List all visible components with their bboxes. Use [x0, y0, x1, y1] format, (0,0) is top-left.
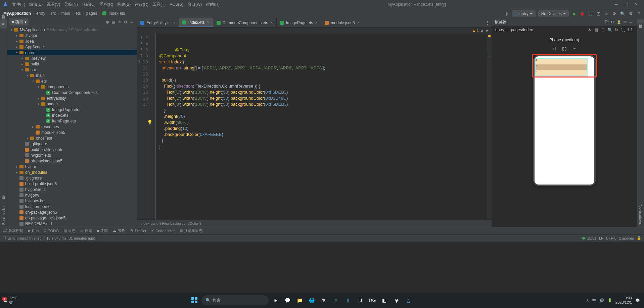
tree-row[interactable]: ▸ oh_modules	[7, 169, 137, 175]
system-tray[interactable]: ∧ 中 🔊 🔋 9:03 2023/12/1 💬	[582, 296, 644, 305]
run-icon[interactable]: ▶	[571, 11, 577, 16]
settings-icon[interactable]: ⚙	[628, 11, 633, 16]
tree-row[interactable]: ▸ ohosTest	[7, 135, 137, 141]
lock-icon[interactable]: 🔒	[637, 236, 641, 240]
close-tab-icon[interactable]: ✕	[357, 21, 360, 24]
fold-gutter[interactable]	[150, 34, 156, 219]
code-area[interactable]: 💡 @Entry @Component struct Index { priva…	[156, 34, 487, 219]
menu-item[interactable]: 窗口(W)	[186, 2, 203, 7]
tree-row[interactable]: ▾ MyApplication E:\HarmonyOS\MyApplicati…	[7, 27, 137, 33]
target-icon[interactable]: ◎	[504, 11, 509, 16]
warnings-badge[interactable]: ▲ 1	[472, 29, 479, 33]
back-icon[interactable]: ◁	[551, 46, 557, 52]
tree-row[interactable]: A ItemPage.ets	[7, 118, 137, 124]
eol-status[interactable]: LF	[599, 236, 603, 240]
battery-icon[interactable]: 🔋	[607, 298, 612, 303]
inspect-icon[interactable]: Tт	[604, 20, 610, 24]
weather-widget[interactable]: ☁1 12°C雾	[0, 296, 21, 305]
explorer-icon[interactable]: 📁	[295, 295, 305, 305]
notification-center-icon[interactable]: 💬	[635, 298, 640, 303]
close-tab-icon[interactable]: ✕	[173, 21, 175, 24]
indent-status[interactable]: 2 spaces	[619, 236, 634, 240]
breadcrumb-item[interactable]: pages	[86, 11, 98, 16]
tree-row[interactable]: A ImagePage.ets	[7, 107, 137, 112]
hide-preview-icon[interactable]: ─	[628, 20, 634, 24]
refresh-icon[interactable]: ⟳	[610, 20, 616, 24]
menu-item[interactable]: 导航(N)	[63, 2, 79, 7]
encoding-status[interactable]: UTF-8	[606, 236, 616, 240]
menu-item[interactable]: 构建(B)	[116, 2, 132, 7]
tree-row[interactable]: build-profile.json5	[7, 181, 137, 187]
tree-row[interactable]: ▸ build	[7, 61, 137, 67]
tree-row[interactable]: ▸ .hvigor	[7, 33, 137, 38]
tree-row[interactable]: ▸ AppScope	[7, 44, 137, 50]
maximize-icon[interactable]: ▢	[621, 2, 631, 7]
stop-icon[interactable]: ■	[604, 11, 609, 16]
intention-bulb-icon[interactable]: 💡	[147, 119, 152, 125]
update-icon[interactable]: ⟳	[612, 11, 617, 16]
menu-item[interactable]: 重构(R)	[98, 2, 115, 7]
bottom-tool-6[interactable]: ☁服务	[112, 228, 125, 233]
editor-tab[interactable]: Index.ets✕	[179, 18, 213, 27]
tree-row[interactable]: .gitignore	[7, 175, 137, 181]
bottom-tool-7[interactable]: ⏱Profiler	[130, 229, 146, 233]
bottom-tool-5[interactable]: ■终端	[97, 228, 108, 233]
bottom-tool-0[interactable]: ⎇版本控制	[3, 228, 23, 233]
eye-icon[interactable]: 👁	[586, 28, 593, 32]
close-tab-icon[interactable]: ✕	[315, 21, 318, 24]
menu-icon[interactable]: ⋯	[571, 46, 578, 52]
bottom-tool-1[interactable]: ▶Run	[28, 228, 39, 233]
filter-icon[interactable]: ⏳	[616, 20, 622, 24]
close-tab-icon[interactable]: ✕	[270, 21, 273, 24]
close-icon[interactable]: ✕	[631, 2, 641, 7]
taskbar-search[interactable]: 🔍搜索	[201, 295, 269, 305]
editor-tab[interactable]: module.json5✕	[321, 18, 363, 27]
bottom-tool-9[interactable]: ▦预览器日志	[179, 228, 202, 233]
tree-row[interactable]: READEME.md	[7, 221, 137, 226]
menu-item[interactable]: 帮助(H)	[204, 2, 221, 7]
locate-icon[interactable]: ⊕	[104, 20, 110, 24]
menu-item[interactable]: VCS(S)	[168, 2, 185, 7]
tab-menu-icon[interactable]: ⋮	[486, 20, 490, 25]
tree-row[interactable]: oh-package.json5	[7, 209, 137, 215]
task-view-icon[interactable]: ⊞	[271, 295, 281, 305]
tree-row[interactable]: ▸ .preview	[7, 55, 137, 61]
tree-row[interactable]: module.json5	[7, 130, 137, 135]
editor-tab[interactable]: EntryAbility.ts✕	[137, 18, 179, 27]
tree-row[interactable]: A CommonComponents.ets	[7, 90, 137, 95]
tree-row[interactable]: ▾ entry	[7, 50, 137, 55]
collapse-all-icon[interactable]: ≡	[117, 20, 123, 24]
breadcrumb-item[interactable]: Index.ets	[102, 11, 126, 16]
split-icon[interactable]: ▯▯	[561, 46, 567, 52]
bookmarks-tab[interactable]: Bookmarks	[1, 204, 6, 227]
notif-tab[interactable]: Notifications	[638, 203, 643, 227]
devEco-icon[interactable]: △	[404, 295, 414, 305]
tree-row[interactable]: ▾ main	[7, 72, 137, 78]
bottom-tool-3[interactable]: ▤日志	[63, 228, 76, 233]
menu-item[interactable]: 文件(F)	[11, 2, 27, 7]
tree-row[interactable]: ▸ resources	[7, 124, 137, 130]
chrome-icon[interactable]: ◉	[392, 295, 402, 305]
menu-item[interactable]: 编辑(E)	[28, 2, 44, 7]
bottom-tool-8[interactable]: ✔Code Linter	[151, 228, 175, 233]
rotate-icon[interactable]: ↻	[613, 28, 620, 32]
hide-icon[interactable]: ─	[129, 20, 135, 24]
tree-row[interactable]: ▾ ets	[7, 78, 137, 84]
profile-icon[interactable]: ◳	[596, 11, 601, 16]
taskbar-clock[interactable]: 9:03 2023/12/1	[615, 296, 632, 305]
tree-row[interactable]: oh-package.json5	[7, 158, 137, 164]
chat-icon[interactable]: 💬	[283, 295, 293, 305]
start-button[interactable]	[189, 295, 199, 305]
clock-status[interactable]: 15:31	[587, 236, 596, 240]
tree-row[interactable]: .gitignore	[7, 141, 137, 147]
tree-row[interactable]: ▸ hvigor	[7, 164, 137, 169]
tree-row[interactable]: A Index.ets	[7, 112, 137, 118]
idea-icon[interactable]: IJ	[355, 295, 365, 305]
ime-icon[interactable]: 中	[592, 298, 596, 303]
fullscreen-icon[interactable]: ⛶	[620, 28, 627, 32]
edge-icon[interactable]: 🌐	[307, 295, 317, 305]
tree-row[interactable]: ▸ entryability	[7, 95, 137, 101]
tree-row[interactable]: ▸⊪ 外部库	[7, 226, 137, 227]
grid-icon[interactable]: ▦	[593, 28, 600, 32]
menu-item[interactable]: 代码(C)	[81, 2, 97, 7]
